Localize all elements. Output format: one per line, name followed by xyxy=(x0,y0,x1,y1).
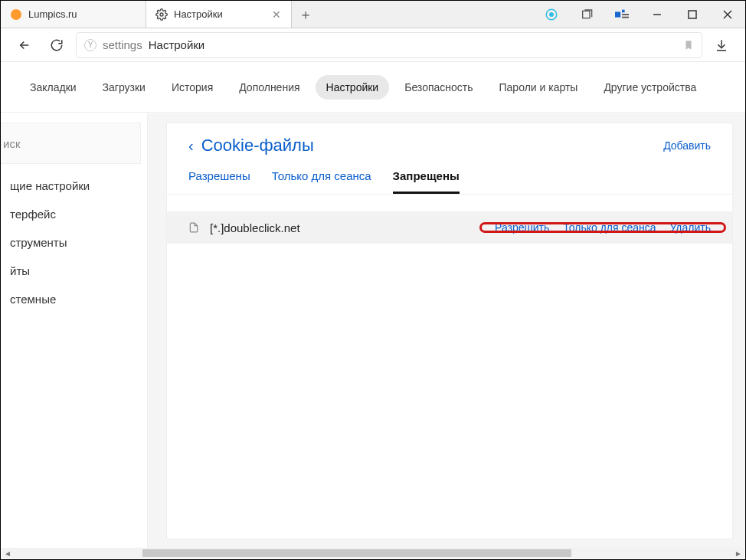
action-allow[interactable]: Разрешить xyxy=(495,221,549,234)
action-session-only[interactable]: Только для сеанса xyxy=(563,221,656,234)
tab-title: Lumpics.ru xyxy=(28,8,136,20)
add-button[interactable]: Добавить xyxy=(663,139,711,152)
lumpics-favicon xyxy=(10,8,22,21)
window-close-button[interactable] xyxy=(710,1,745,28)
svg-point-2 xyxy=(160,13,163,16)
bookmark-icon[interactable] xyxy=(683,39,694,51)
subtab-session[interactable]: Только для сеанса xyxy=(272,169,371,194)
scroll-thumb[interactable] xyxy=(142,549,571,557)
cookie-row[interactable]: [*.]doubleclick.net Разрешить Только для… xyxy=(167,211,732,244)
collections-icon[interactable] xyxy=(569,1,604,28)
new-tab-button[interactable]: ＋ xyxy=(292,1,319,28)
downloads-button[interactable] xyxy=(708,32,735,58)
svg-rect-5 xyxy=(583,11,590,18)
window-maximize-button[interactable] xyxy=(675,1,710,28)
notifications-icon[interactable] xyxy=(604,1,640,28)
sidebar-item-tools[interactable]: струменты xyxy=(1,228,147,257)
scroll-right-arrow[interactable]: ► xyxy=(732,548,744,558)
alice-icon[interactable] xyxy=(534,1,569,28)
sidebar-item-general[interactable]: щие настройки xyxy=(1,172,147,200)
address-field[interactable]: Y settings Настройки xyxy=(76,32,702,58)
nav-extensions[interactable]: Дополнения xyxy=(228,75,310,100)
action-delete[interactable]: Удалить xyxy=(670,221,711,234)
panel-title-text: Cookie-файлы xyxy=(201,136,314,156)
settings-panel: ‹ Cookie-файлы Добавить Разрешены Только… xyxy=(166,123,733,539)
settings-top-nav: Закладки Загрузки История Дополнения Нас… xyxy=(1,62,745,113)
settings-sidebar: иск щие настройки терфейс струменты йты … xyxy=(1,113,148,549)
svg-rect-11 xyxy=(689,11,696,18)
tab-title: Настройки xyxy=(174,8,265,20)
nav-settings[interactable]: Настройки xyxy=(316,75,390,100)
nav-downloads[interactable]: Загрузки xyxy=(92,75,156,100)
sidebar-item-sites[interactable]: йты xyxy=(1,257,147,285)
sidebar-item-system[interactable]: стемные xyxy=(1,285,147,313)
svg-point-4 xyxy=(549,12,554,17)
scroll-track[interactable] xyxy=(14,548,732,558)
tab-strip: Lumpics.ru Настройки ✕ ＋ xyxy=(1,1,745,28)
sidebar-search[interactable]: иск xyxy=(1,123,141,164)
cookie-subtabs: Разрешены Только для сеанса Запрещены xyxy=(167,159,732,195)
nav-devices[interactable]: Другие устройства xyxy=(593,75,707,100)
svg-rect-8 xyxy=(622,14,629,15)
row-actions: Разрешить Только для сеанса Удалить xyxy=(489,221,717,234)
address-bar: Y settings Настройки xyxy=(1,28,745,62)
tab-settings[interactable]: Настройки ✕ xyxy=(146,1,292,28)
horizontal-scrollbar[interactable]: ◄ ► xyxy=(2,548,744,558)
subtab-allowed[interactable]: Разрешены xyxy=(188,169,250,194)
address-page: Настройки xyxy=(149,38,205,51)
reload-button[interactable] xyxy=(44,32,70,58)
back-button[interactable] xyxy=(11,32,38,58)
panel-back-link[interactable]: ‹ Cookie-файлы xyxy=(188,136,314,156)
cookie-domain: [*.]doubleclick.net xyxy=(210,221,300,234)
tab-lumpics[interactable]: Lumpics.ru xyxy=(1,1,146,28)
svg-rect-6 xyxy=(615,11,620,17)
subtab-blocked[interactable]: Запрещены xyxy=(393,169,460,194)
yandex-logo-icon: Y xyxy=(84,39,97,51)
gear-icon xyxy=(155,8,168,21)
chevron-left-icon: ‹ xyxy=(188,137,194,155)
sidebar-item-interface[interactable]: терфейс xyxy=(1,200,147,228)
svg-point-1 xyxy=(15,13,18,16)
nav-security[interactable]: Безопасность xyxy=(394,75,483,100)
window-controls xyxy=(534,1,745,28)
document-icon xyxy=(188,221,201,234)
svg-rect-9 xyxy=(622,16,629,18)
nav-passwords[interactable]: Пароли и карты xyxy=(489,75,589,100)
scroll-left-arrow[interactable]: ◄ xyxy=(2,548,14,558)
sidebar-search-placeholder: иск xyxy=(3,137,20,150)
close-tab-icon[interactable]: ✕ xyxy=(271,9,282,20)
window-minimize-button[interactable] xyxy=(640,1,675,28)
nav-history[interactable]: История xyxy=(161,75,224,100)
content-area: иск щие настройки терфейс струменты йты … xyxy=(1,113,745,549)
address-host: settings xyxy=(103,38,142,51)
svg-rect-7 xyxy=(622,9,625,12)
nav-bookmarks[interactable]: Закладки xyxy=(19,75,87,100)
